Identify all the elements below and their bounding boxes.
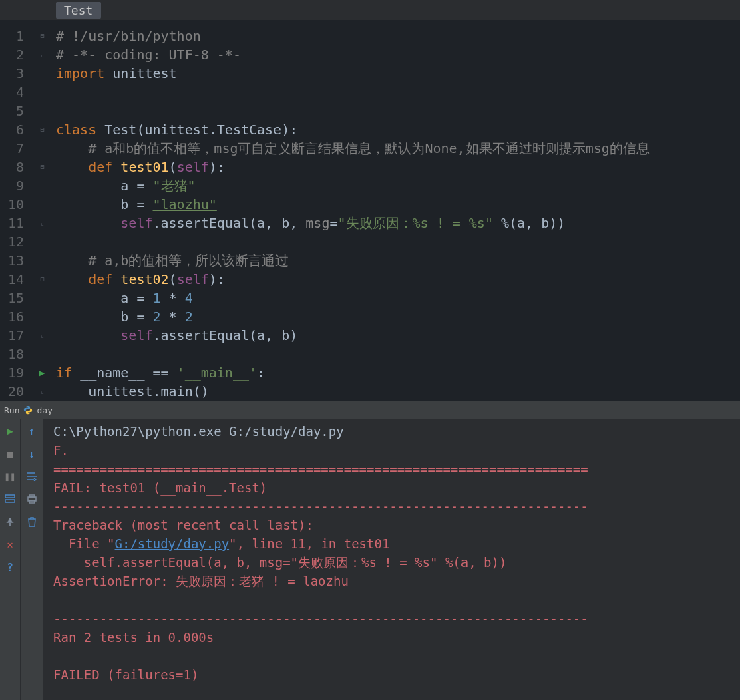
traceback-file-link[interactable]: G:/study/day.py [115,536,230,551]
code-line[interactable]: # a,b的值相等，所以该断言通过 [56,251,740,270]
fold-end-icon[interactable]: ⌞ [40,382,43,401]
breadcrumb-tag[interactable]: Test [56,2,101,19]
close-button[interactable]: ✕ [3,537,17,552]
fold-open-icon[interactable]: ⊟ [40,120,43,139]
fold-end-icon[interactable]: ⌞ [40,326,43,345]
pause-button[interactable]: ❚❚ [3,469,17,484]
run-panel-label: Run [4,405,19,415]
stop-button[interactable]: ■ [3,446,17,461]
code-line[interactable]: class Test(unittest.TestCase): [56,120,740,139]
svg-rect-3 [5,500,15,502]
run-panel-body: ▶ ■ ❚❚ ✕ ? ↑ ↓ C:\Python27\python.exe G:… [0,419,740,700]
svg-rect-6 [29,495,35,497]
code-line[interactable]: self.assertEqual(a, b, msg="失败原因：%s ! = … [56,214,740,232]
run-tools-primary: ▶ ■ ❚❚ ✕ ? [0,419,20,700]
fold-end-icon[interactable]: ⌞ [40,45,43,64]
line-number-gutter: 1234567891011121314151617181920 [0,20,28,401]
pin-button[interactable] [3,514,17,529]
run-gutter-icon[interactable]: ▶ [39,363,45,382]
python-icon [23,405,33,415]
scroll-up-button[interactable]: ↑ [25,423,39,438]
help-button[interactable]: ? [3,560,17,574]
clear-all-button[interactable] [25,514,39,529]
breadcrumb-bar: Test [0,0,740,20]
fold-open-icon[interactable]: ⊟ [40,270,43,289]
code-line[interactable]: b = "laozhu" [56,195,740,214]
code-line[interactable]: unittest.main() [56,382,740,401]
code-line[interactable] [56,83,740,102]
svg-rect-4 [9,523,11,526]
fold-end-icon[interactable]: ⌞ [40,214,43,232]
layout-button[interactable] [3,492,17,506]
code-line[interactable]: b = 2 * 2 [56,307,740,326]
scroll-down-button[interactable]: ↓ [25,446,39,461]
code-line[interactable]: # -*- coding: UTF-8 -*- [56,45,740,64]
run-tools-secondary: ↑ ↓ [20,419,43,700]
console-output[interactable]: C:\Python27\python.exe G:/study/day.pyF.… [43,419,740,700]
svg-point-1 [29,413,30,413]
code-line[interactable]: self.assertEqual(a, b) [56,326,740,345]
code-line[interactable] [56,102,740,120]
code-line[interactable]: if __name__ == '__main__': [56,363,740,382]
fold-gutter: ⊟⌞⊟⊟⌞⊟⌞▶⌞ [28,20,56,401]
svg-rect-2 [5,495,15,498]
code-line[interactable]: a = 1 * 4 [56,289,740,307]
rerun-button[interactable]: ▶ [3,423,17,438]
code-line[interactable]: # a和b的值不相等，msg可自定义断言结果信息，默认为None,如果不通过时则… [56,139,740,158]
code-line[interactable]: def test02(self): [56,270,740,289]
code-line[interactable]: # !/usr/bin/python [56,27,740,45]
code-line[interactable]: a = "老猪" [56,176,740,195]
code-line[interactable]: def test01(self): [56,158,740,176]
run-config-name: day [37,405,52,415]
fold-open-icon[interactable]: ⊟ [40,158,43,176]
code-line[interactable]: import unittest [56,64,740,83]
soft-wrap-button[interactable] [25,469,39,484]
code-line[interactable] [56,345,740,363]
fold-open-icon[interactable]: ⊟ [40,27,43,45]
svg-rect-7 [29,500,35,503]
code-editor[interactable]: 1234567891011121314151617181920 ⊟⌞⊟⊟⌞⊟⌞▶… [0,20,740,401]
run-panel-header[interactable]: Run day [0,401,740,419]
print-button[interactable] [25,492,39,506]
svg-point-0 [27,407,27,407]
code-line[interactable] [56,232,740,251]
code-area[interactable]: # !/usr/bin/python# -*- coding: UTF-8 -*… [56,20,740,401]
